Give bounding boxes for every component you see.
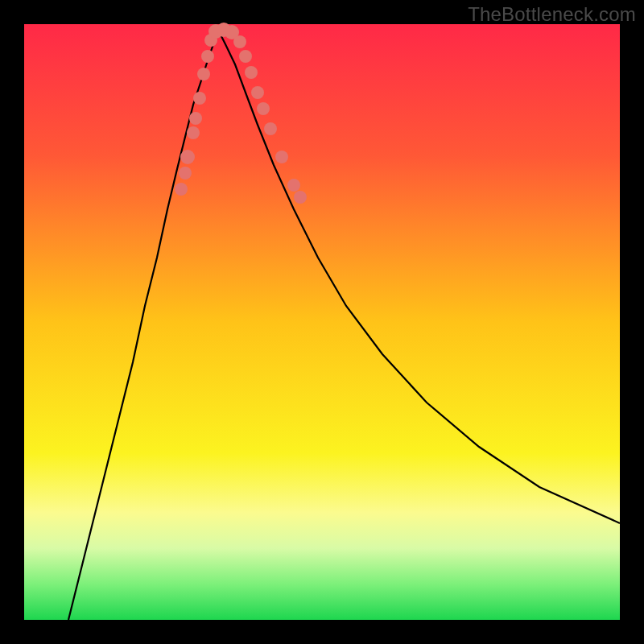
data-point-dot — [175, 183, 188, 196]
watermark-text: TheBottleneck.com — [468, 3, 636, 26]
data-point-dot — [287, 179, 300, 192]
data-point-dot — [187, 126, 200, 139]
data-point-dot — [201, 50, 214, 63]
scatter-dots — [175, 23, 307, 204]
data-point-dot — [180, 150, 195, 164]
curve-right-branch — [217, 28, 620, 523]
data-point-dot — [251, 86, 264, 99]
data-point-dot — [189, 112, 202, 125]
data-point-dot — [275, 151, 288, 163]
data-point-dot — [179, 167, 192, 180]
data-point-dot — [245, 66, 258, 79]
data-point-dot — [294, 191, 307, 204]
data-point-dot — [197, 68, 210, 80]
outer-frame: TheBottleneck.com — [0, 0, 644, 644]
data-point-dot — [233, 35, 246, 48]
data-point-dot — [264, 122, 277, 135]
data-point-dot — [193, 92, 206, 105]
plot-area — [24, 24, 620, 620]
chart-svg — [24, 24, 620, 620]
data-point-dot — [257, 102, 270, 115]
data-point-dot — [239, 50, 252, 63]
